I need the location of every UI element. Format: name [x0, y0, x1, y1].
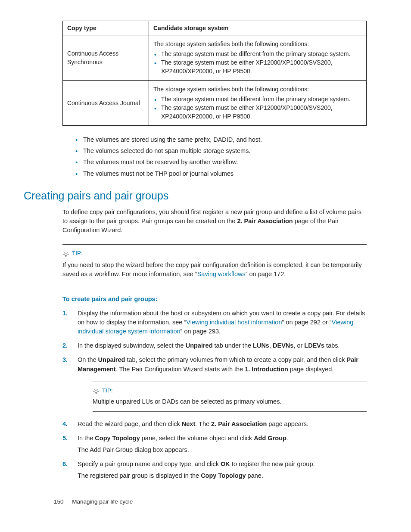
- step-5: In the Copy Topology pane, select the vo…: [62, 434, 367, 454]
- cell-candidate: The storage system satisfies both the fo…: [149, 35, 367, 81]
- text: Read the wizard page, and then click: [78, 420, 182, 427]
- tip-header: TIP:: [93, 386, 367, 398]
- step-4: Read the wizard page, and then click Nex…: [62, 420, 367, 429]
- text: to register the new pair group.: [230, 460, 315, 467]
- bold-text: LUNs: [253, 342, 269, 349]
- th-candidate: Candidate storage system: [149, 21, 367, 35]
- text: , or: [293, 342, 304, 349]
- page-content: Copy type Candidate storage system Conti…: [62, 21, 367, 480]
- svg-line-12: [94, 389, 95, 390]
- bold-text: Unpaired: [98, 356, 125, 363]
- section-title: Creating pairs and pair groups: [24, 188, 367, 203]
- lightbulb-icon: [62, 251, 69, 258]
- bold-text: Copy Topology: [95, 435, 140, 442]
- sub-text: The Add Pair Group dialog box appears.: [78, 445, 367, 454]
- step-3: On the Unpaired tab, select the primary …: [62, 355, 367, 412]
- text: In the: [78, 435, 95, 442]
- table-row: Continuous Access Journal The storage sy…: [63, 81, 367, 126]
- copy-type-table: Copy type Candidate storage system Conti…: [62, 21, 367, 126]
- svg-line-4: [64, 252, 65, 253]
- text: The registered pair group is displayed i…: [78, 472, 201, 479]
- list-item: The volumes are stored using the same pr…: [75, 135, 367, 144]
- text: In the displayed subwindow, select the: [78, 342, 186, 349]
- tip-content: Multiple unpaired LUs or DADs can be sel…: [93, 397, 367, 406]
- cell-list: The storage system must be different fro…: [153, 50, 362, 76]
- list-item: The volumes must not be THP pool or jour…: [75, 169, 367, 178]
- svg-point-8: [95, 390, 97, 393]
- volume-conditions-list: The volumes are stored using the same pr…: [75, 135, 367, 178]
- text: . The Pair Configuration Wizard starts w…: [116, 366, 245, 373]
- th-copy-type: Copy type: [63, 21, 149, 35]
- tip-label: TIP:: [72, 249, 83, 258]
- svg-line-13: [97, 389, 98, 390]
- bold-text: LDEVs: [304, 342, 324, 349]
- link-saving-workflows[interactable]: Saving workflows: [197, 271, 246, 277]
- bold-text: 2. Pair Association: [237, 218, 293, 224]
- list-item: The storage system must be either XP1200…: [153, 104, 362, 121]
- bold-text: DEVNs: [273, 342, 293, 349]
- table-row: Continuous Access Synchronous The storag…: [63, 35, 367, 81]
- text: tab under the: [213, 342, 253, 349]
- tip-content: If you need to stop the wizard before th…: [62, 261, 367, 279]
- chapter-title: Managing pair life cycle: [72, 498, 133, 505]
- link-viewing-host[interactable]: Viewing individual host information: [186, 319, 282, 326]
- intro-paragraph: To define copy pair configurations, you …: [62, 208, 367, 235]
- tip-block-inner: TIP: Multiple unpaired LUs or DADs can b…: [93, 382, 367, 412]
- page-footer: 150 Managing pair life cycle: [54, 498, 133, 506]
- bold-text: Add Group: [254, 435, 286, 442]
- procedure-heading: To create pairs and pair groups:: [62, 295, 367, 304]
- cell-list: The storage system must be different fro…: [153, 95, 362, 121]
- list-item: The storage system must be either XP1200…: [153, 59, 362, 75]
- svg-line-5: [67, 252, 68, 253]
- bold-text: 1. Introduction: [245, 366, 288, 373]
- step-2: In the displayed subwindow, select the U…: [62, 341, 367, 350]
- text: ,: [269, 342, 273, 349]
- text: . The: [195, 420, 211, 427]
- bold-text: Next: [182, 420, 195, 427]
- bold-text: Copy Topology: [201, 472, 246, 479]
- lightbulb-icon: [93, 388, 100, 395]
- text: page displayed.: [288, 366, 334, 373]
- cell-intro: The storage system satisfies both the fo…: [153, 85, 362, 93]
- text: tabs.: [324, 342, 339, 349]
- step-1: Display the information about the host o…: [62, 309, 367, 336]
- text: On the: [78, 356, 98, 363]
- text: ” on page 293.: [181, 328, 221, 335]
- page-number: 150: [54, 498, 64, 505]
- list-item: The storage system must be different fro…: [153, 95, 362, 104]
- text: tab, select the primary volumes from whi…: [125, 356, 346, 363]
- bold-text: 2. Pair Association: [211, 420, 267, 427]
- tip-label: TIP:: [102, 386, 113, 395]
- tip-block: TIP: If you need to stop the wizard befo…: [62, 244, 367, 286]
- cell-candidate: The storage system satisfies both the fo…: [149, 81, 367, 126]
- tip-header: TIP:: [62, 249, 367, 260]
- bold-text: Unpaired: [186, 342, 213, 349]
- text: ” on page 292 or “: [282, 319, 331, 326]
- bold-text: OK: [221, 460, 230, 467]
- list-item: The volumes selected do not span multipl…: [75, 146, 367, 156]
- text: pane.: [246, 472, 263, 479]
- cell-intro: The storage system satisfies both the fo…: [153, 40, 362, 48]
- text: pane, select the volume object and click: [140, 435, 254, 442]
- sub-text: The registered pair group is displayed i…: [78, 471, 367, 480]
- text: .: [286, 435, 288, 442]
- svg-point-0: [65, 253, 67, 255]
- list-item: The volumes must not be reserved by anot…: [75, 158, 367, 167]
- text: page appears.: [267, 420, 308, 427]
- step-6: Specify a pair group name and copy type,…: [62, 460, 367, 480]
- table-header-row: Copy type Candidate storage system: [63, 21, 367, 35]
- text: Specify a pair group name and copy type,…: [78, 460, 221, 467]
- cell-copy-type: Continuous Access Journal: [63, 81, 149, 126]
- cell-copy-type: Continuous Access Synchronous: [63, 35, 149, 81]
- list-item: The storage system must be different fro…: [153, 50, 362, 59]
- text: ” on page 172.: [246, 271, 286, 277]
- steps-list: Display the information about the host o…: [62, 309, 367, 480]
